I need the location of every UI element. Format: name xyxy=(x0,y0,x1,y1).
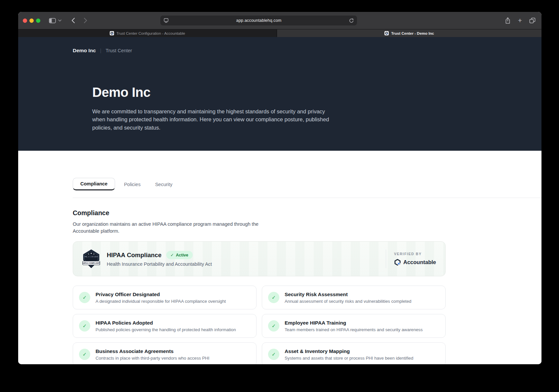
vertical-divider xyxy=(386,250,386,268)
check-icon: ✓ xyxy=(79,349,90,360)
badge-subtitle: SEAL OF COMPLIANCE xyxy=(85,256,98,257)
item-description: Published policies governing the handlin… xyxy=(96,327,236,332)
check-icon: ✓ xyxy=(268,320,279,332)
item-title: Employee HIPAA Training xyxy=(285,320,423,326)
item-privacy-officer: ✓ Privacy Officer Designated A designate… xyxy=(73,286,257,309)
reload-icon[interactable] xyxy=(349,18,354,23)
item-title: Security Risk Assessment xyxy=(285,292,411,297)
item-title: HIPAA Policies Adopted xyxy=(96,320,236,326)
share-icon[interactable] xyxy=(505,17,511,24)
item-description: Team members trained on HIPAA requiremen… xyxy=(285,327,423,332)
browser-tab-strip: Trust Center Configuration - Accountable… xyxy=(18,29,541,37)
section-description: Our organization maintains an active HIP… xyxy=(73,221,284,235)
item-title: Asset & Inventory Mapping xyxy=(285,348,413,354)
program-title: HIPAA Compliance xyxy=(107,252,162,259)
breadcrumb-org: Demo Inc xyxy=(73,48,96,54)
item-employee-training: ✓ Employee HIPAA Training Team members t… xyxy=(262,314,446,338)
tab-compliance[interactable]: Compliance xyxy=(73,178,115,190)
status-label: Active xyxy=(176,253,188,257)
sidebar-toggle-icon[interactable] xyxy=(49,18,56,23)
url-text[interactable]: app.accountablehq.com xyxy=(169,18,349,23)
breadcrumb: Demo Inc | Trust Center xyxy=(73,37,446,54)
check-icon: ✓ xyxy=(79,320,90,332)
item-title: Business Associate Agreements xyxy=(96,348,210,354)
item-description: Contracts in place with third-party vend… xyxy=(96,356,210,361)
item-description: Annual assessment of security risks and … xyxy=(285,299,411,304)
hipaa-compliance-card: SEAL OF COMPLIANCE HIPAA COMPLIANT HIPAA… xyxy=(73,241,446,276)
program-subtitle: Health Insurance Portability and Account… xyxy=(107,261,212,267)
tab-trust-center-configuration[interactable]: Trust Center Configuration - Accountable xyxy=(18,29,277,37)
item-security-risk-assessment: ✓ Security Risk Assessment Annual assess… xyxy=(262,286,446,309)
status-badge: ✓ Active xyxy=(166,251,193,259)
item-title: Privacy Officer Designated xyxy=(96,292,226,297)
chevron-down-icon[interactable] xyxy=(58,20,61,21)
page-title: Demo Inc xyxy=(92,85,446,99)
close-button[interactable] xyxy=(23,19,27,23)
check-icon: ✓ xyxy=(268,349,279,360)
item-hipaa-policies: ✓ HIPAA Policies Adopted Published polic… xyxy=(73,314,257,338)
page-format-icon[interactable] xyxy=(164,18,169,23)
accountable-logo-icon xyxy=(394,259,401,266)
item-business-associate-agreements: ✓ Business Associate Agreements Contract… xyxy=(73,342,257,364)
breadcrumb-page: Trust Center xyxy=(105,48,132,53)
hero-section: Demo Inc | Trust Center Demo Inc We are … xyxy=(18,37,541,151)
browser-window: app.accountablehq.com + xyxy=(18,12,541,364)
item-description: Systems and assets that store or process… xyxy=(285,356,413,361)
divider xyxy=(73,198,541,198)
screenshot-stage: app.accountablehq.com + xyxy=(0,0,559,392)
forward-button[interactable] xyxy=(84,18,87,23)
section-heading: Compliance xyxy=(73,209,446,217)
accountable-favicon-icon xyxy=(384,31,389,35)
check-icon: ✓ xyxy=(268,292,279,303)
check-icon: ✓ xyxy=(79,292,90,303)
hipaa-seal-badge: SEAL OF COMPLIANCE HIPAA COMPLIANT xyxy=(82,249,100,268)
trust-center-page: Demo Inc | Trust Center Demo Inc We are … xyxy=(18,37,541,364)
verified-by-label: VERIFIED BY xyxy=(394,252,436,256)
page-description: We are committed to transparency and mai… xyxy=(92,107,330,132)
fullscreen-button[interactable] xyxy=(36,19,40,23)
compliance-items-grid: ✓ Privacy Officer Designated A designate… xyxy=(73,286,446,364)
breadcrumb-separator: | xyxy=(100,48,101,53)
tab-label: Trust Center - Demo Inc xyxy=(391,31,434,35)
check-icon: ✓ xyxy=(171,253,174,257)
browser-toolbar: app.accountablehq.com + xyxy=(18,12,541,29)
badge-title: HIPAA COMPLIANT xyxy=(83,262,100,264)
new-tab-icon[interactable]: + xyxy=(518,17,522,24)
verifier-name: Accountable xyxy=(403,259,436,265)
item-description: A designated individual responsible for … xyxy=(96,299,226,304)
tab-trust-center-demo-inc[interactable]: Trust Center - Demo Inc xyxy=(277,29,541,37)
traffic-lights xyxy=(23,19,40,23)
tab-security[interactable]: Security xyxy=(149,178,178,190)
trust-center-tabs: Compliance Policies Security xyxy=(73,178,446,190)
item-asset-inventory-mapping: ✓ Asset & Inventory Mapping Systems and … xyxy=(262,342,446,364)
minimize-button[interactable] xyxy=(29,19,34,23)
tab-label: Trust Center Configuration - Accountable xyxy=(116,31,185,35)
tab-policies[interactable]: Policies xyxy=(118,178,146,190)
accountable-favicon-icon xyxy=(110,31,114,35)
address-bar[interactable]: app.accountablehq.com xyxy=(160,16,357,25)
tab-overview-icon[interactable] xyxy=(529,18,536,23)
back-button[interactable] xyxy=(71,18,75,23)
